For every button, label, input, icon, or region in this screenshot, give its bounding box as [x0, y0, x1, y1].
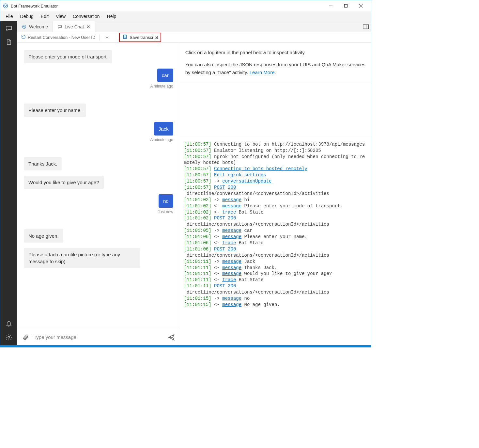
user-message[interactable]: JackA minute ago [24, 122, 173, 152]
bell-icon[interactable] [4, 319, 13, 328]
log-link[interactable]: message [222, 228, 241, 233]
log-link[interactable]: POST [214, 216, 225, 221]
log-line-continuation: directline/conversations/<conversationId… [184, 221, 367, 228]
tab-close-icon[interactable]: ✕ [86, 24, 90, 29]
user-message[interactable]: noJust now [24, 194, 173, 224]
menu-edit[interactable]: Edit [38, 12, 52, 20]
restart-conversation-button[interactable]: Restart Conversation - New User ID [21, 35, 95, 40]
log-link[interactable]: conversationUpdate [222, 179, 271, 184]
log-link[interactable]: POST [214, 247, 225, 252]
log-link[interactable]: message [222, 234, 241, 239]
log-line[interactable]: [11:01:11] <- message Would you like to … [184, 271, 367, 277]
log-link[interactable]: message [222, 302, 241, 307]
log-line[interactable]: [11:00:57] Connecting to bot on http://l… [184, 141, 367, 148]
log-text: <- [214, 240, 222, 246]
log-line[interactable]: [11:00:57] -> conversationUpdate [184, 178, 367, 184]
message-timestamp: A minute ago [150, 137, 173, 142]
learn-more-link[interactable]: Learn More [250, 70, 275, 75]
log-text: Emulator listening on http://[::]:58205 [214, 148, 321, 153]
log-link[interactable]: message [222, 271, 241, 276]
maximize-button[interactable] [338, 1, 353, 11]
log-text: <- [214, 302, 222, 307]
user-message[interactable]: carA minute ago [24, 69, 173, 98]
log-line[interactable]: [11:01:11] -> message Jack [184, 259, 367, 265]
chevron-down-icon[interactable] [103, 35, 111, 40]
log-line[interactable]: [11:01:11] <- message Thanks Jack. [184, 265, 367, 271]
log-text: -> [214, 228, 222, 233]
menu-debug[interactable]: Debug [17, 12, 37, 20]
menu-conversation[interactable]: Conversation [70, 12, 103, 20]
log-link[interactable]: 200 [228, 185, 236, 190]
log-line[interactable]: [11:01:06] POST 200 [184, 246, 367, 252]
chat-bubble-icon[interactable] [4, 24, 13, 33]
bot-message[interactable]: No age given. [24, 229, 173, 243]
log-link[interactable]: trace [222, 210, 236, 215]
log-line[interactable]: [11:01:11] POST 200 [184, 283, 367, 289]
tab-welcome[interactable]: Welcome [17, 21, 53, 32]
log-timestamp: [11:01:06] [184, 247, 211, 252]
close-button[interactable] [353, 1, 368, 11]
tabs: Welcome Live Chat ✕ [17, 21, 371, 32]
log-link[interactable]: POST [214, 283, 225, 289]
menu-help[interactable]: Help [104, 12, 120, 20]
log-line[interactable]: [11:01:02] <- trace Bot State [184, 209, 367, 216]
bot-message[interactable]: Please enter your mode of transport. [24, 50, 173, 63]
message-input[interactable] [34, 334, 163, 340]
titlebar: Bot Framework Emulator [0, 0, 371, 11]
log-line[interactable]: [11:01:11] <- trace Bot State [184, 277, 367, 283]
log-panel[interactable]: [11:00:57] Connecting to bot on http://l… [180, 138, 371, 345]
gear-icon[interactable] [4, 333, 13, 342]
log-link[interactable]: message [222, 259, 241, 264]
log-link[interactable]: Edit ngrok settings [214, 172, 266, 178]
attach-icon[interactable] [22, 333, 30, 341]
log-line[interactable]: [11:00:57] Emulator listening on http://… [184, 148, 367, 154]
split-layout-icon[interactable] [361, 21, 371, 32]
menu-file[interactable]: File [2, 12, 16, 20]
bot-message[interactable]: Please attach a profile picture (or type… [24, 248, 173, 268]
document-icon[interactable] [4, 38, 13, 47]
log-line[interactable]: [11:01:06] <- message Please enter your … [184, 234, 367, 240]
log-line[interactable]: [11:00:57] Connecting to bots hosted rem… [184, 166, 367, 172]
bot-message[interactable]: Thanks Jack. [24, 157, 173, 170]
log-timestamp: [11:01:11] [184, 271, 211, 276]
message-bubble: car [157, 69, 173, 82]
log-text: <- [214, 265, 222, 270]
log-link[interactable]: trace [222, 240, 236, 246]
log-line[interactable]: [11:01:15] <- message No age given. [184, 302, 367, 308]
svg-rect-9 [363, 24, 369, 29]
tab-livechat[interactable]: Live Chat ✕ [53, 21, 95, 32]
log-link[interactable]: 200 [228, 216, 236, 221]
log-link[interactable]: 200 [228, 283, 236, 289]
log-timestamp: [11:00:57] [184, 154, 211, 159]
log-line[interactable]: [11:01:02] <- message Please enter your … [184, 203, 367, 209]
log-timestamp: [11:01:02] [184, 210, 211, 215]
log-link[interactable]: POST [214, 185, 225, 190]
log-line[interactable]: [11:01:05] -> message car [184, 228, 367, 234]
chat-pane: Please enter your mode of transport.carA… [17, 43, 180, 345]
bot-message[interactable]: Please enter your name. [24, 104, 173, 117]
log-line[interactable]: [11:01:02] POST 200 [184, 215, 367, 221]
log-line[interactable]: [11:01:02] -> message hi [184, 197, 367, 203]
save-transcript-button[interactable]: Save transcript [119, 33, 161, 42]
log-line[interactable]: [11:00:57] POST 200 [184, 184, 367, 191]
log-link[interactable]: trace [222, 277, 236, 282]
log-line[interactable]: [11:01:15] -> message no [184, 296, 367, 302]
log-link[interactable]: message [222, 203, 241, 209]
minimize-button[interactable] [323, 1, 338, 11]
menu-view[interactable]: View [53, 12, 69, 20]
log-line[interactable]: [11:00:57] ngrok not configured (only ne… [184, 154, 367, 166]
log-text: Would you like to give your age? [241, 271, 332, 276]
log-line[interactable]: [11:00:57] Edit ngrok settings [184, 172, 367, 178]
log-link[interactable]: message [222, 265, 241, 270]
log-timestamp: [11:00:57] [184, 142, 211, 147]
log-link[interactable]: message [222, 197, 241, 202]
send-icon[interactable] [167, 333, 175, 341]
log-link[interactable]: message [222, 296, 241, 301]
inspect-line2: You can also inspect the JSON responses … [185, 61, 366, 76]
log-link[interactable]: Connecting to bots hosted remotely [214, 166, 307, 171]
bot-message[interactable]: Would you like to give your age? [24, 176, 173, 189]
message-bubble: Would you like to give your age? [24, 176, 104, 189]
log-line[interactable]: [11:01:06] <- trace Bot State [184, 240, 367, 246]
chat-scroll[interactable]: Please enter your mode of transport.carA… [17, 43, 180, 329]
log-link[interactable]: 200 [228, 247, 236, 252]
